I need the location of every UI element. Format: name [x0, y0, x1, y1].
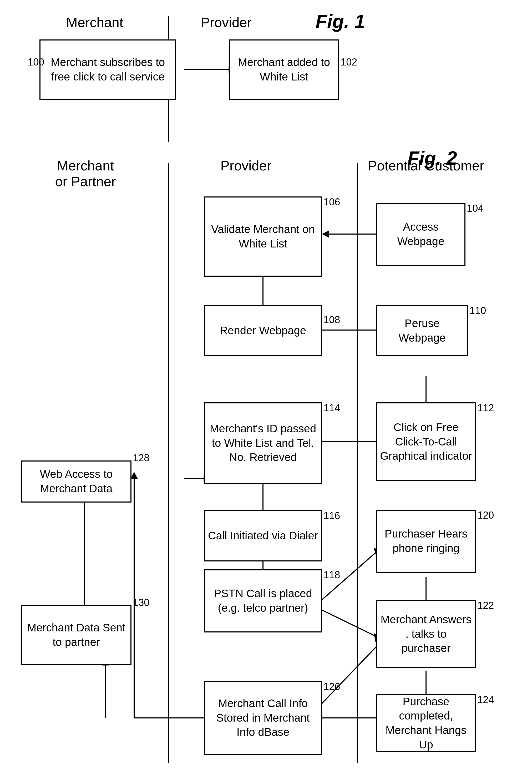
fig2-box130: Merchant Data Sent to partner	[21, 605, 131, 665]
fig2-box122: Merchant Answers , talks to purchaser	[376, 600, 476, 668]
fig2-col1-header: Merchant or Partner	[26, 158, 145, 189]
fig2-box104: Access Webpage	[376, 203, 465, 266]
fig1-box102: Merchant added to White List	[229, 39, 339, 100]
fig2-box112: Click on Free Click-To-Call Graphical in…	[376, 402, 476, 481]
fig2-box124: Purchase completed, Merchant Hangs Up	[376, 694, 476, 752]
fig2-box116: Call Initiated via Dialer	[204, 510, 322, 561]
fig2-box120: Purchaser Hears phone ringing	[376, 510, 476, 573]
fig2-col3-header: Potential Customer	[363, 158, 489, 174]
fig2-label112: 112	[477, 402, 494, 414]
fig2-box126: Merchant Call Info Stored in Merchant In…	[204, 681, 322, 755]
fig2-label110: 110	[469, 305, 486, 316]
fig2-label106: 106	[323, 196, 340, 208]
fig2-label116: 116	[323, 510, 340, 521]
fig2-box108: Render Webpage	[204, 305, 322, 356]
fig2-label120: 120	[477, 510, 494, 521]
diagram-container: Fig. 1 Merchant Provider Merchant subscr…	[0, 0, 532, 770]
fig2-box110: Peruse Webpage	[376, 305, 468, 356]
fig2-label128: 128	[133, 452, 149, 464]
fig2-label126: 126	[323, 681, 340, 692]
fig2-label104: 104	[467, 203, 483, 214]
fig1-title: Fig. 1	[316, 11, 365, 32]
fig1-col1-header: Merchant	[53, 14, 137, 30]
fig1-label100: 100	[28, 57, 44, 68]
svg-line-21	[322, 610, 376, 636]
fig2-box106: Validate Merchant on White List	[204, 196, 322, 277]
fig1-col2-header: Provider	[184, 14, 268, 30]
fig2-label114: 114	[323, 402, 340, 414]
fig2-label118: 118	[323, 569, 340, 581]
svg-line-29	[316, 647, 376, 710]
svg-marker-33	[131, 472, 138, 479]
fig2-label130: 130	[133, 597, 149, 608]
fig2-box114: Merchant's ID passed to White List and T…	[204, 402, 322, 484]
fig2-label122: 122	[477, 600, 494, 611]
fig2-label124: 124	[477, 694, 494, 706]
fig1-box100: Merchant subscribes to free click to cal…	[39, 39, 176, 100]
svg-marker-6	[322, 231, 329, 237]
fig2-box118: PSTN Call is placed (e.g. telco partner)	[204, 569, 322, 632]
fig2-col2-header: Provider	[200, 158, 292, 174]
fig1-label102: 102	[341, 57, 357, 68]
fig2-label108: 108	[323, 314, 340, 326]
fig2-box128: Web Access to Merchant Data	[21, 460, 131, 503]
